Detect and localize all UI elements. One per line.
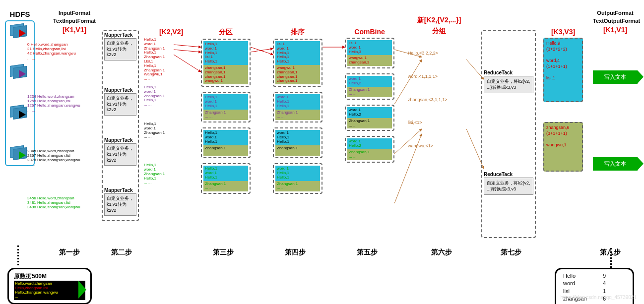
reduce-box: 自定义业务，将k2{v2, ...}转换成k3,v3 [484, 178, 533, 195]
output-line: Hello,9 [546, 41, 580, 47]
sort-box: word,1Hello,1Hello,1 Zhangsan,1... ... [273, 127, 322, 158]
input-line: 3498 Hello,zhangsan,wangwu [27, 205, 97, 209]
group-sub-header: 分组 [407, 27, 471, 36]
partition-line: ... ... [205, 150, 247, 155]
sort-line: ... ... [277, 186, 319, 190]
kv2-line: ... ... [144, 77, 198, 81]
shuffle-line: zhangsan,<3,1,1,1> [408, 88, 470, 112]
input-line: 2367 Hello,zhangsan,lisi [27, 153, 97, 158]
kv2-line: Zhangsan,1 [144, 131, 198, 135]
mapper-label: MapperTack [104, 187, 136, 193]
input-lines-green: 3456 Hello,word,zhangsan3481 Hello,zhang… [27, 196, 97, 214]
shuffle-line: word,<1,1,1,1> [408, 65, 470, 88]
step-7: 第七步 [494, 248, 528, 257]
k1v1-header: [K1,V1] [50, 26, 99, 34]
mapper-label: MapperTack [104, 87, 136, 93]
mapper-container: MapperTack 自定义业务，k1,v1转为k2v2 MapperTack … [102, 30, 139, 221]
source-row: ... [15, 295, 76, 299]
kv2-purple: Hello,1word,1Zhangsan,1Hello,1... ... [144, 85, 198, 107]
result-row: word4 [563, 280, 626, 287]
sort-box: word,1Hello,1Hello,1 Zhangsan,1... ... [273, 92, 322, 122]
output-line: wangwu,1 [546, 142, 580, 148]
step-5: 第五步 [350, 248, 385, 257]
mapper-box: 自定义业务，k1,v1转为k2v2 [104, 93, 136, 116]
sort-line: ... ... [277, 115, 319, 119]
mapper-box: 自定义业务，k1,v1转为k2v2 [104, 193, 136, 216]
textoutputformat-header: TextOutputFormat [593, 18, 638, 24]
output-line: word,4 [546, 58, 580, 64]
combine-line: zhangsan,3 [349, 61, 390, 65]
input-line: 2378 Hello,zhangsan,wangwu [27, 158, 97, 162]
combine-box: word,1Hello,2 Zhangsan,1... ... [345, 136, 394, 162]
output-box-1: Hello,9(3+2+2+2) word,4(1+1+1+1) lisi,1 [543, 38, 583, 102]
partition-line: wangwu,1 [205, 79, 247, 83]
step-2: 第二步 [104, 248, 139, 257]
input-line: ... ... [27, 108, 97, 113]
kv2-green: Hello,1word,1Zhangsan,1Hello,1... ... [144, 163, 198, 185]
outputformat-header: OutputFormat [593, 10, 638, 16]
partition-box: Hello,1word,1Hello,1lisi,1Hello,1 zhangs… [201, 39, 251, 87]
input-lines-black: 2345 Hello,word,zhangsan2367 Hello,zhang… [27, 149, 97, 167]
combine-line: Hello,2 [349, 81, 390, 86]
write-button-2: 写入文本 [593, 157, 638, 171]
output-line [546, 52, 580, 58]
step-3: 第三步 [206, 248, 241, 257]
mapper-box: 自定义业务，k1,v1转为k2v2 [104, 143, 136, 166]
kv2-line: Wangwu,1 [144, 72, 198, 77]
reduce-container: ReduceTack 自定义业务，将k2{v2, ...}转换成k3,v3 Re… [481, 30, 536, 238]
source-title: 原数据500M [14, 272, 85, 281]
input-line: 2345 Hello,word,zhangsan [27, 149, 97, 153]
textinputformat-header: TextInputFormat [50, 18, 99, 24]
input-line: 0 Hello,word,zhangsan [27, 42, 97, 47]
input-line: 21 Hello,zhangsan,lisi [27, 47, 97, 51]
combine-line: Hello,2 [349, 113, 390, 117]
output-line: zhangsan,6 [546, 125, 580, 131]
input-line: ... ... [27, 210, 97, 214]
write-button-1: 写入文本 [593, 70, 638, 84]
mapper-box: 自定义业务，k1,v1转为k2v2 [104, 38, 136, 61]
sort-line: ... ... [277, 150, 319, 155]
sort-box: word,1Hello,1Hello,1 Zhangsan,1... ... [273, 163, 322, 194]
source-data-box: 原数据500M Hello,word,zhangsan Hello,zhangs… [7, 268, 92, 304]
input-lines-purple: 1234 Hello,word,zhangsan1255 Hello,zhang… [27, 94, 97, 113]
input-line: ... ... [27, 56, 97, 61]
step-1: 第一步 [52, 248, 87, 257]
mapper-label: MapperTack [104, 32, 136, 38]
kv2-line: ... ... [144, 135, 198, 139]
hdfs-node-icon [10, 24, 30, 40]
k1v1out-header: [K1,V1] [593, 26, 638, 34]
input-line: 3456 Hello,word,zhangsan [27, 196, 97, 200]
partition-box: Hello,1word,1Hello,1 Zhangsan,1... ... [201, 163, 251, 194]
partition-line: Hello,1 [205, 104, 247, 109]
input-line: 1234 Hello,word,zhangsan [27, 94, 97, 99]
partition-line: Hello,1 [205, 140, 247, 144]
sort-line: Hello,1 [277, 104, 319, 109]
combine-line: Hello,2 [349, 144, 390, 148]
hdfs-node-icon [10, 65, 30, 81]
input-line: 3481 Hello,zhangsan,lisi [27, 200, 97, 205]
svg-line-3 [251, 47, 273, 55]
dotted-connector [610, 248, 612, 268]
reduce-label: ReduceTack [484, 70, 533, 75]
dotted-connector [17, 245, 19, 265]
svg-line-4 [251, 49, 273, 52]
output-line: lisi,1 [546, 75, 580, 81]
hdfs-header: HDFS [5, 10, 35, 18]
partition-box: Hello,1word,1Hello,1 Zhangsan,1... ... [201, 127, 251, 158]
k2v2-header: [K2,V2] [144, 28, 198, 36]
shuffle-line: wangwu,<1> [408, 134, 470, 158]
input-line: ... ... [27, 163, 97, 167]
output-line [546, 136, 580, 142]
sort-line: Hello,1 [277, 140, 319, 144]
result-row: Hello9 [563, 272, 626, 280]
partition-box: Hello,1word,1Hello,1 Zhangsan,1... ... [201, 92, 251, 122]
sort-line: zhangsan,1 [277, 79, 319, 83]
reduce-box: 自定义业务，将k2{v2, ...}转换成k3,v3 [484, 76, 533, 93]
input-line: 42 Hello,zhangsan,wangwu [27, 51, 97, 56]
combine-line: ... ... [349, 155, 390, 159]
sort-header: 排序 [273, 28, 322, 37]
group-header: 新[K2,{V2,...}] [407, 16, 471, 25]
step-4: 第四步 [278, 248, 313, 257]
combine-header: ComBine [345, 28, 394, 36]
kv2-red: Hello,1word,1Zhangsan,1Hello,1Zhangsan,1… [144, 38, 198, 81]
